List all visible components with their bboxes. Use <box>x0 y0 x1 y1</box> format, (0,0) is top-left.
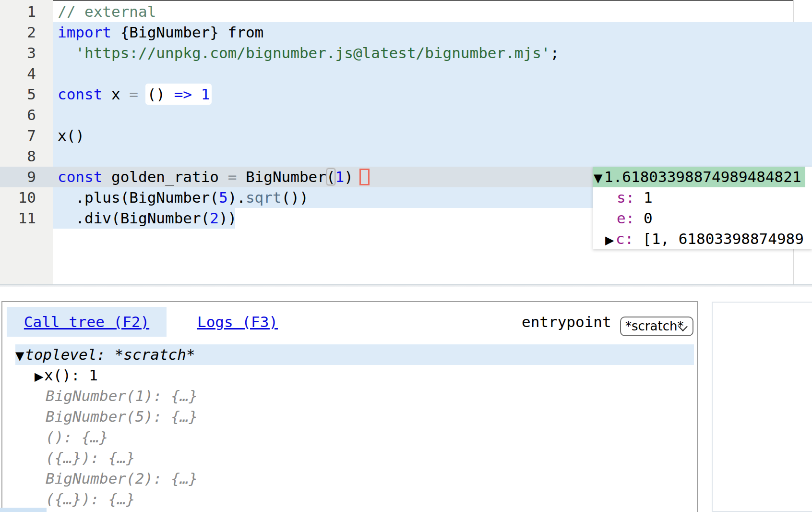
call-tree-node-label: BigNumber(1): {…} <box>46 387 198 404</box>
call-tree-node[interactable]: ▼toplevel: *scratch* <box>15 344 694 365</box>
value-inspector-popup[interactable]: ▼1.61803398874989484821 s: 1e: 0▶c: [1, … <box>593 167 812 249</box>
entrypoint-select[interactable]: *scratch* <box>620 317 693 336</box>
line-number: 9 <box>0 167 36 187</box>
code-token: import <box>58 24 111 41</box>
code-token: const <box>58 168 102 185</box>
unexecuted-fn-body[interactable]: () => 1 <box>147 85 210 103</box>
code-token: = <box>228 168 237 185</box>
code-token: const <box>58 85 102 103</box>
code-line-11[interactable]: .div(BigNumber(2)) <box>58 208 237 229</box>
collapse-triangle-icon[interactable]: ▼ <box>594 168 604 189</box>
line-number: 7 <box>0 125 36 146</box>
line-number: 3 <box>0 43 36 63</box>
code-token: 5 <box>219 189 228 206</box>
entrypoint-label: entrypoint <box>522 307 611 337</box>
property-value: 0 <box>634 209 652 227</box>
property-value: 1 <box>634 189 652 206</box>
code-token: .plus(BigNumber( <box>58 189 219 206</box>
line-number: 10 <box>0 187 36 208</box>
call-tree-node[interactable]: ▶x(): 1 <box>15 365 694 386</box>
code-token: ). <box>228 189 246 206</box>
line-number: 4 <box>0 63 36 84</box>
code-token: = <box>129 85 138 103</box>
line-number: 2 <box>0 22 36 43</box>
call-tree-node[interactable]: BigNumber(2): {…} <box>15 468 694 489</box>
code-token: .div(BigNumber( <box>58 209 210 227</box>
collapse-triangle-icon[interactable]: ▼ <box>15 346 25 366</box>
code-editor[interactable]: 1234567891011 // externalimport {BigNumb… <box>0 0 812 287</box>
property-value: [1, 61803398874989 <box>633 230 804 247</box>
code-token: ) <box>344 168 353 185</box>
code-token: 2 <box>210 209 219 227</box>
code-token: ()) <box>282 189 309 206</box>
call-tree-node-label: toplevel: *scratch* <box>25 346 195 363</box>
call-tree-node-label: BigNumber(2): {…} <box>46 470 198 487</box>
line-number: 5 <box>0 84 36 105</box>
matching-bracket: ( <box>326 168 335 185</box>
inspected-value: 1.61803398874989484821 <box>604 168 801 185</box>
code-line-10[interactable]: .plus(BigNumber(5).sqrt()) <box>58 187 309 208</box>
code-token: BigNumber <box>237 168 326 185</box>
property-key: c: <box>616 230 633 247</box>
call-tree-node[interactable]: ({…}): {…} <box>15 448 694 468</box>
code-token: ; <box>550 44 560 61</box>
code-token: // external <box>58 3 156 20</box>
object-property-row[interactable]: s: 1 <box>593 187 812 208</box>
code-token: {BigNumber} from <box>111 24 263 41</box>
code-token: 1 <box>201 85 210 103</box>
inspected-value-row[interactable]: ▼1.61803398874989484821 <box>593 167 805 187</box>
call-tree-node-label: (): {…} <box>46 428 108 446</box>
line-number: 1 <box>0 1 36 22</box>
call-tree-node-label: BigNumber(5): {…} <box>46 408 198 425</box>
call-tree-node-label: ({…}): {…} <box>46 449 135 466</box>
object-property-row[interactable]: e: 0 <box>593 208 812 229</box>
line-number: 8 <box>0 146 36 167</box>
code-token: golden_ratio <box>102 168 227 185</box>
call-tree-node[interactable]: BigNumber(5): {…} <box>15 406 694 427</box>
call-tree-node-label: ({…}): {…} <box>46 490 135 508</box>
code-token: () <box>147 85 174 103</box>
editor-top-border <box>53 0 793 1</box>
line-number: 11 <box>0 208 36 229</box>
code-token: x <box>102 85 129 103</box>
code-token <box>58 44 75 61</box>
code-token: 'https://unpkg.com/bignumber.js@latest/b… <box>75 44 550 61</box>
partial-row-highlight <box>0 508 47 512</box>
expand-triangle-icon[interactable]: ▶ <box>35 366 44 387</box>
code-token: sqrt <box>246 189 282 206</box>
tab-call-tree[interactable]: Call tree (F2) <box>7 307 167 337</box>
code-line-7[interactable]: x() <box>58 125 84 146</box>
code-token: )) <box>219 209 237 227</box>
code-line-3[interactable]: 'https://unpkg.com/bignumber.js@latest/b… <box>58 43 559 63</box>
expand-triangle-icon[interactable]: ▶ <box>605 230 616 249</box>
entrypoint-selected-value: *scratch* <box>625 317 683 335</box>
code-token: x() <box>58 127 84 144</box>
object-property-row[interactable]: ▶c: [1, 61803398874989 <box>593 229 812 249</box>
code-token <box>192 85 201 103</box>
panel-tabs-row: Call tree (F2) Logs (F3) entrypoint *scr… <box>2 307 697 337</box>
code-line-9[interactable]: const golden_ratio = BigNumber(1) <box>58 167 353 187</box>
tab-logs[interactable]: Logs (F3) <box>197 307 278 337</box>
right-side-panel <box>712 302 812 512</box>
text-cursor <box>359 169 370 185</box>
code-line-5[interactable]: const x = () => 1 <box>58 84 210 105</box>
call-tree-node[interactable]: (): {…} <box>15 427 694 448</box>
editor-bottom-shadow <box>0 285 812 287</box>
call-tree-node[interactable]: ({…}): {…} <box>15 489 694 510</box>
property-key: s: <box>617 189 634 206</box>
property-key: e: <box>617 209 634 227</box>
code-token: => <box>174 85 192 103</box>
code-token <box>138 85 147 103</box>
code-line-2[interactable]: import {BigNumber} from <box>58 22 263 43</box>
call-tree-rows: ▼toplevel: *scratch*▶x(): 1BigNumber(1):… <box>15 344 694 510</box>
call-tree-node[interactable]: BigNumber(1): {…} <box>15 386 694 406</box>
line-number: 6 <box>0 105 36 125</box>
code-line-1[interactable]: // external <box>58 1 156 22</box>
call-tree-node-label: x(): 1 <box>44 366 98 384</box>
call-tree-panel: Call tree (F2) Logs (F3) entrypoint *scr… <box>1 301 698 512</box>
code-token: 1 <box>335 168 345 185</box>
